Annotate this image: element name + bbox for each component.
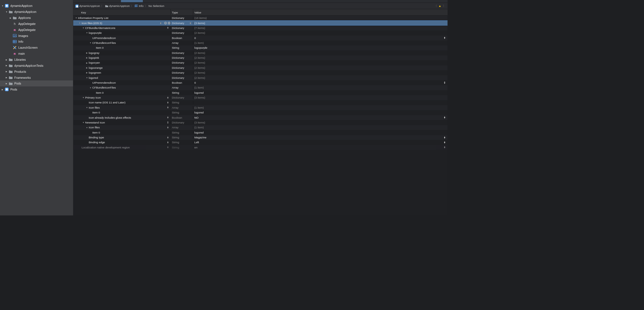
plist-row[interactable]: Item 0Stringlogored: [73, 130, 448, 135]
nav-item-images[interactable]: Images: [0, 33, 73, 39]
disclosure-triangle[interactable]: ▼: [82, 27, 84, 29]
nav-item-info[interactable]: Info: [0, 39, 73, 45]
disclosure-triangle[interactable]: ▼: [86, 77, 88, 79]
plist-key[interactable]: Item 0: [92, 131, 100, 134]
header-key[interactable]: Key: [73, 9, 171, 15]
plist-value[interactable]: (1 item): [194, 126, 204, 129]
remove-icon[interactable]: −: [168, 21, 171, 24]
plist-row[interactable]: ▶logopinkDictionary(2 items): [73, 55, 448, 60]
plist-row[interactable]: UIPrerenderedIconBoolean0▲▼: [73, 80, 448, 85]
plist-row[interactable]: Icon name (iOS 11 and Later)▲▼String: [73, 100, 448, 105]
nav-item-frameworks[interactable]: ▶Frameworks: [0, 74, 73, 81]
plist-type[interactable]: Dictionary: [172, 61, 184, 64]
plist-type[interactable]: Dictionary: [172, 76, 184, 79]
disclosure-triangle[interactable]: [9, 52, 11, 54]
plist-value[interactable]: (3 items): [194, 121, 205, 124]
plist-row[interactable]: ▼Icon files▲▼Array(1 item): [73, 105, 448, 110]
plist-row[interactable]: ▼CFBundleIconFilesArray(1 item): [73, 85, 448, 90]
disclosure-triangle[interactable]: ▶: [5, 64, 7, 66]
key-stepper-icon[interactable]: ▲▼: [167, 136, 169, 138]
value-stepper-icon[interactable]: ▲▼: [444, 81, 446, 84]
nav-item-dynamicappicontests[interactable]: ▶dynamicAppIconTests: [0, 62, 73, 68]
plist-type[interactable]: Boolean: [172, 81, 182, 84]
disclosure-triangle[interactable]: [93, 47, 95, 49]
disclosure-triangle[interactable]: [79, 146, 81, 148]
plist-value[interactable]: Left: [194, 141, 199, 144]
nav-item-appdelegate[interactable]: mAppDelegate: [0, 27, 73, 33]
plist-key[interactable]: Item 0: [96, 46, 104, 49]
plist-body[interactable]: ▼Information Property ListDictionary(18 …: [73, 15, 448, 215]
plist-key[interactable]: logocyan: [89, 61, 100, 64]
disclosure-triangle[interactable]: ▼: [86, 126, 88, 128]
plist-type[interactable]: Dictionary: [172, 26, 184, 30]
plist-value[interactable]: en: [194, 146, 197, 149]
nav-item-dynamicappicon[interactable]: ▼dynamicAppIcon: [0, 9, 73, 15]
plist-row[interactable]: ▶logogreenDictionary(2 items): [73, 70, 448, 75]
plist-row[interactable]: ▼logoredDictionary(2 items): [73, 75, 448, 80]
plist-key[interactable]: logogray: [89, 51, 99, 54]
nav-item-products[interactable]: ▶Products: [0, 68, 73, 74]
key-stepper-icon[interactable]: ▲▼: [167, 126, 169, 129]
disclosure-triangle[interactable]: [9, 41, 11, 43]
plist-value[interactable]: logopurple: [194, 46, 207, 49]
plist-type[interactable]: Dictionary: [172, 66, 184, 69]
value-stepper-icon[interactable]: ▲▼: [444, 136, 446, 138]
plist-type[interactable]: Boolean: [172, 36, 182, 39]
chevron-right-icon[interactable]: 〉: [443, 4, 446, 8]
nav-item-pods[interactable]: ▶Pods: [0, 87, 73, 93]
plist-key[interactable]: Icon files: [89, 106, 100, 109]
disclosure-triangle[interactable]: [86, 117, 88, 119]
plist-value[interactable]: (1 item): [194, 106, 204, 109]
nav-item-pods[interactable]: ▶Pods: [0, 81, 73, 87]
key-stepper-icon[interactable]: ▲▼: [160, 22, 162, 24]
type-stepper-icon[interactable]: ▲▼: [189, 22, 192, 24]
plist-value[interactable]: logored: [194, 91, 204, 94]
plist-value[interactable]: (2 items): [194, 61, 205, 64]
crumb-dynamicappicon[interactable]: dynamicAppIcon: [105, 4, 130, 7]
plist-row[interactable]: UIPrerenderedIconBoolean0▲▼: [73, 36, 448, 40]
plist-row[interactable]: Localization native development region▲▼…: [73, 145, 448, 150]
plist-value[interactable]: (2 items): [194, 66, 205, 69]
add-icon[interactable]: +: [164, 21, 167, 24]
plist-key[interactable]: CFBundleAlternateIcons: [85, 26, 115, 30]
plist-type[interactable]: Array: [172, 126, 178, 129]
plist-row[interactable]: ▼CFBundleAlternateIcons▲▼Dictionary(7 it…: [73, 25, 448, 30]
breadcrumb[interactable]: dynamicAppIcon〉dynamicAppIcon〉Info〉No Se…: [73, 3, 448, 9]
plist-row[interactable]: Binding edge▲▼StringLeft▲▼: [73, 140, 448, 145]
plist-key[interactable]: Primary Icon: [85, 96, 101, 99]
plist-value[interactable]: (3 items): [194, 21, 205, 25]
disclosure-triangle[interactable]: ▼: [82, 121, 84, 123]
header-value[interactable]: Value: [193, 9, 448, 15]
disclosure-triangle[interactable]: ▶: [86, 62, 88, 64]
nav-item-appdelegate[interactable]: hAppDelegate: [0, 21, 73, 27]
disclosure-triangle[interactable]: ▼: [86, 107, 88, 109]
plist-type[interactable]: String: [172, 101, 179, 104]
plist-type[interactable]: Boolean: [172, 116, 182, 119]
plist-row[interactable]: Icon already includes gloss effects▲▼Boo…: [73, 115, 448, 120]
disclosure-triangle[interactable]: ▼: [5, 11, 7, 13]
disclosure-triangle[interactable]: ▼: [2, 5, 4, 7]
key-stepper-icon[interactable]: ▲▼: [167, 96, 169, 99]
plist-type[interactable]: Array: [172, 106, 178, 109]
plist-value[interactable]: (2 items): [194, 31, 205, 34]
plist-value[interactable]: (2 items): [194, 71, 205, 74]
plist-row[interactable]: ▼Primary Icon▲▼Dictionary(3 items): [73, 95, 448, 100]
plist-value[interactable]: logored: [194, 131, 204, 134]
plist-value[interactable]: logored: [194, 111, 204, 114]
plist-value[interactable]: (3 items): [194, 96, 205, 99]
crumb-dynamicappicon[interactable]: dynamicAppIcon: [75, 4, 100, 7]
plist-key[interactable]: logoorange: [89, 66, 103, 69]
plist-row[interactable]: Item 0Stringlogopurple: [73, 45, 448, 50]
plist-key[interactable]: Newsstand Icon: [85, 121, 105, 124]
plist-type[interactable]: Dictionary: [172, 96, 184, 99]
plist-value[interactable]: 0: [194, 81, 196, 84]
plist-row[interactable]: Binding type▲▼StringMagazine▲▼: [73, 135, 448, 140]
plist-type[interactable]: String: [172, 91, 179, 94]
plist-value[interactable]: (1 item): [194, 41, 204, 44]
plist-key[interactable]: Icon name (iOS 11 and Later): [89, 101, 125, 104]
plist-type[interactable]: Dictionary: [172, 31, 184, 34]
plist-key[interactable]: logored: [89, 76, 98, 79]
plist-row[interactable]: Item 0Stringlogored: [73, 90, 448, 95]
plist-type[interactable]: String: [172, 136, 179, 139]
plist-row[interactable]: Item 0Stringlogored: [73, 110, 448, 115]
